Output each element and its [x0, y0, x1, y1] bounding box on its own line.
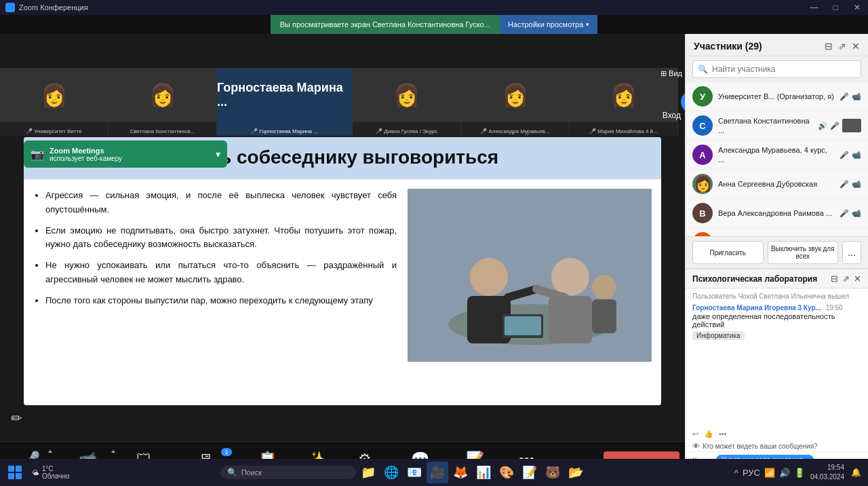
thumb-4[interactable]: 👩 🎤 Александра Муравьев...: [461, 68, 570, 136]
wifi-icon[interactable]: 📶: [763, 468, 776, 478]
slide-bullet-1: Если эмоцию не подпитывать, она быстро з…: [45, 224, 397, 253]
slide-text: Агрессия — сильная эмоция, и после её вы…: [33, 189, 397, 398]
participant-item-5[interactable]: В Выошкова Юлия факультет пси... 🎤 📹: [686, 228, 868, 236]
view-settings-button[interactable]: Настройки просмотра ▾: [500, 15, 597, 34]
taskbar-search-icon: 🔍: [227, 468, 237, 477]
thumb-label-0: 🎤 Университет Витте: [0, 128, 108, 134]
mic-off-icon-2: 🎤: [840, 151, 849, 160]
participant-icons-4: 🎤 📹: [840, 209, 861, 218]
avatar-3: 👩: [692, 174, 713, 194]
taskbar-search-bar[interactable]: 🔍 Поиск: [220, 466, 356, 479]
participant-name-0: Университет В... (Организатор, я): [718, 92, 834, 101]
thumb-3[interactable]: 👩 🎤 Диана Гусева / Экурс: [353, 68, 461, 136]
taskbar-app-7[interactable]: 🐻: [542, 462, 564, 483]
close-button[interactable]: ✕: [846, 0, 868, 15]
system-clock[interactable]: 19:54 04.03.2024: [810, 463, 844, 482]
right-panel: Участники (29) ⊟ ⇗ ✕ 🔍 У Университет В..…: [685, 34, 868, 486]
avatar-1: С: [692, 115, 713, 136]
edit-icon[interactable]: ✏: [11, 410, 22, 426]
chat-system-message: Пользователь Чокой Светлана Ильинична вы…: [692, 293, 861, 300]
participant-item-1[interactable]: С Светлана Константиновна ... 🔊 🎤: [686, 111, 868, 141]
minimize-chat-icon[interactable]: ⊟: [831, 274, 838, 284]
close-chat-icon[interactable]: ✕: [854, 274, 861, 284]
cam-chevron-icon[interactable]: ▾: [216, 149, 220, 160]
chat-text: даже определенная последовательность дей…: [692, 312, 861, 329]
thumb-label-5: 🎤 Мария Михайлова 4 й...: [570, 128, 677, 134]
battery-icon[interactable]: 🔋: [793, 468, 806, 478]
chevron-down-icon: ▾: [586, 21, 589, 28]
start-button[interactable]: [4, 462, 26, 483]
more-actions-button[interactable]: ...: [842, 241, 861, 264]
react-icon[interactable]: 👍: [704, 430, 713, 438]
participants-title: Участники (29): [694, 41, 762, 52]
search-icon: 🔍: [698, 64, 708, 74]
sharing-notification: Вы просматриваете экран Светлана Констан…: [271, 15, 500, 34]
svg-point-4: [551, 258, 589, 296]
taskbar-app-0[interactable]: 📁: [357, 462, 379, 483]
slide-body: Агрессия — сильная эмоция, и после её вы…: [24, 179, 661, 405]
taskbar-app-1[interactable]: 🌐: [380, 462, 402, 483]
slide-bullet-0: Агрессия — сильная эмоция, и после её вы…: [45, 189, 397, 217]
person-icon: 👩: [694, 175, 712, 193]
search-input[interactable]: [692, 60, 861, 78]
cam-text: Zoom Meetings использует веб-камеру: [50, 147, 210, 162]
avatar-0: У: [692, 86, 713, 107]
taskbar-app-2[interactable]: 📧: [403, 462, 425, 483]
popout-chat-icon[interactable]: ⇗: [842, 274, 850, 284]
chat-header: Психологическая лаборатория ⊟ ⇗ ✕: [686, 269, 868, 288]
window-controls: — □ ✕: [803, 0, 868, 15]
presenter-name: Горностаева Марина ...: [217, 81, 352, 109]
participant-item-4[interactable]: В Вера Александровна Раимова ... 🎤 📹: [686, 199, 868, 228]
thumb-5[interactable]: 👩 🎤 Мария Михайлова 4 й...: [570, 68, 678, 136]
reply-icon[interactable]: ↩: [692, 430, 698, 438]
thumb-label-4: 🎤 Александра Муравьев...: [461, 128, 569, 134]
invite-button[interactable]: Пригласить: [692, 241, 764, 264]
minimize-panel-icon[interactable]: ⊟: [825, 41, 833, 52]
video-off-icon-4: 📹: [852, 209, 861, 218]
windows-icon: [8, 466, 22, 479]
temperature: 1°C: [42, 465, 70, 472]
chat-title: Психологическая лаборатория: [692, 274, 817, 284]
video-arrow[interactable]: [111, 448, 115, 453]
lang-icon[interactable]: РУС: [741, 468, 762, 478]
notification-center-button[interactable]: 🔔: [848, 466, 864, 479]
audio-arrow[interactable]: [48, 448, 52, 453]
participants-actions: Пригласить Выключить звук для всех ...: [686, 236, 868, 269]
minimize-button[interactable]: —: [803, 0, 825, 15]
main-video-area: 👩 🎤 Университет Витте 👩 Светлана Констан…: [0, 34, 685, 486]
taskbar-app-6[interactable]: 📝: [519, 462, 540, 483]
taskbar-app-3[interactable]: 🦊: [450, 462, 471, 483]
mute-all-button[interactable]: Выключить звук для всех: [768, 241, 839, 264]
slide-image: [408, 189, 652, 362]
video-off-icon: 📹: [852, 92, 861, 101]
participant-name-3: Анна Сергеевна Дубровская: [718, 179, 834, 189]
volume-icon[interactable]: 🔊: [778, 468, 791, 478]
more-actions-icon[interactable]: •••: [719, 430, 727, 438]
svg-point-6: [592, 275, 616, 299]
thumb-presenter[interactable]: Горностаева Марина ... 🎤 Горностаева Мар…: [217, 68, 353, 136]
taskbar-app-8[interactable]: 📂: [565, 462, 587, 483]
view-button[interactable]: ⊞ Вид: [660, 69, 682, 78]
close-panel-icon[interactable]: ✕: [852, 41, 860, 52]
taskbar-app-zoom[interactable]: 🎥: [427, 462, 448, 483]
thumb-label-3: 🎤 Диана Гусева / Экурс: [353, 128, 460, 134]
taskbar-app-4[interactable]: 📊: [473, 462, 494, 483]
participant-item-2[interactable]: А Александра Муравьева, 4 курс, ... 🎤 📹: [686, 141, 868, 170]
presentation-slide: Дать собеседнику выговориться Агрессия —…: [24, 137, 661, 405]
weather-widget[interactable]: 🌥 1°C Облачно: [28, 465, 74, 480]
participant-item-0[interactable]: У Университет В... (Организатор, я) 🎤 📹: [686, 82, 868, 111]
thumb-1[interactable]: 👩 Светлана Константинов...: [108, 68, 217, 136]
enter-button[interactable]: Вход: [663, 111, 681, 120]
maximize-button[interactable]: □: [825, 0, 846, 15]
titlebar-title: Zoom Конференция: [0, 3, 88, 12]
thumb-0[interactable]: 👩 🎤 Университет Витте: [0, 68, 108, 136]
participant-icons-2: 🎤 📹: [840, 151, 861, 160]
taskbar-app-5[interactable]: 🎨: [496, 462, 517, 483]
expand-tray-icon[interactable]: ^: [733, 468, 740, 478]
participant-name-1: Светлана Константиновна ...: [718, 116, 812, 136]
zoom-cam-notification: 📷 Zoom Meetings использует веб-камеру ▾: [24, 141, 227, 168]
eye-icon: 👁: [692, 442, 700, 450]
participant-item-3[interactable]: 👩 Анна Сергеевна Дубровская 🎤 📹: [686, 170, 868, 199]
thumb-label-2: 🎤 Горностаева Марина ...: [217, 128, 352, 134]
popout-panel-icon[interactable]: ⇗: [838, 41, 846, 52]
